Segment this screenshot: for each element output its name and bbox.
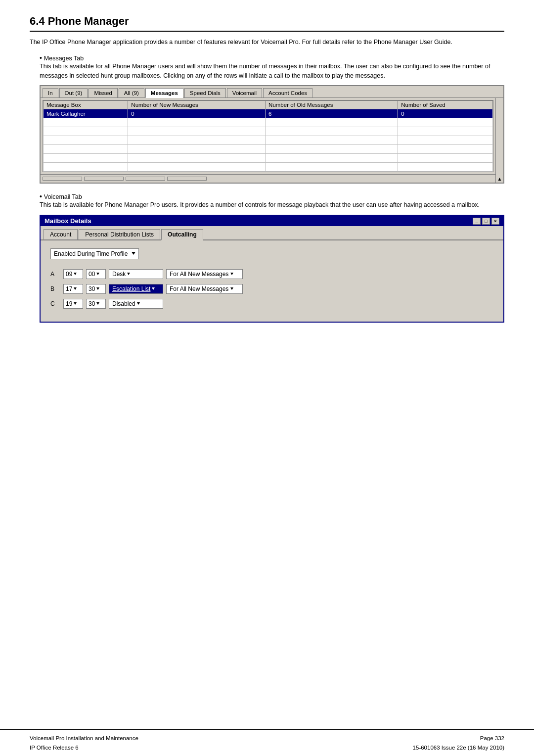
mailbox-tab-distribution[interactable]: Personal Distribution Lists xyxy=(79,229,160,239)
footer-left: Voicemail Pro Installation and Maintenan… xyxy=(30,734,138,752)
tab-out[interactable]: Out (9) xyxy=(59,88,88,97)
col-saved-messages: Number of Saved xyxy=(398,101,493,109)
tab-missed[interactable]: Missed xyxy=(89,88,117,97)
row-c-minute[interactable]: 30 xyxy=(86,299,106,309)
msg-b-arrow-icon xyxy=(230,287,233,291)
time-profile-row: Enabled During Time Profile xyxy=(50,248,493,259)
row-b-minute[interactable]: 30 xyxy=(86,284,106,294)
row-a-label: A xyxy=(50,271,60,278)
scrollbar-arrow-up[interactable]: ▲ xyxy=(497,176,502,182)
table-row-empty-2 xyxy=(44,127,493,136)
cell-saved: 0 xyxy=(398,109,493,118)
mailbox-details-window: Mailbox Details _ □ × Account Personal D… xyxy=(40,215,504,323)
bullet-messages-label: Messages Tab xyxy=(44,55,84,62)
pm-scrollbar[interactable]: ▲ xyxy=(495,98,503,183)
hour-arrow-icon xyxy=(74,273,77,277)
row-a-dest[interactable]: Desk xyxy=(109,269,163,279)
tab-messages[interactable]: Messages xyxy=(145,88,183,98)
pm-tab-bar: In Out (9) Missed All (9) Messages Speed… xyxy=(41,86,503,98)
time-profile-label: Enabled During Time Profile xyxy=(54,250,128,257)
pm-btn-3[interactable] xyxy=(126,177,165,181)
bullet-messages-tab: Messages Tab This tab is available for a… xyxy=(40,54,504,184)
bullet-messages-desc: This tab is available for all Phone Mana… xyxy=(40,62,504,81)
row-a-minute[interactable]: 00 xyxy=(86,269,106,279)
cell-new: 0 xyxy=(128,109,266,118)
row-b-hour[interactable]: 17 xyxy=(63,284,83,294)
col-old-messages: Number of Old Messages xyxy=(266,101,398,109)
hour-b-arrow-icon xyxy=(74,287,77,291)
mailbox-tab-outcalling[interactable]: Outcalling xyxy=(161,229,203,240)
pm-bottom-bar xyxy=(41,174,495,183)
pm-btn-1[interactable] xyxy=(43,177,82,181)
tab-account-codes[interactable]: Account Codes xyxy=(263,88,312,97)
dest-arrow-icon xyxy=(127,273,130,277)
table-row-empty-4 xyxy=(44,145,493,154)
msg-arrow-icon xyxy=(230,273,233,277)
messages-table: Message Box Number of New Messages Numbe… xyxy=(43,100,493,172)
hour-c-arrow-icon xyxy=(74,302,77,306)
row-c-label: C xyxy=(50,300,60,307)
table-row-empty-1 xyxy=(44,118,493,127)
minimize-button[interactable]: _ xyxy=(473,218,481,225)
minute-b-arrow-icon xyxy=(96,287,99,291)
page-footer: Voicemail Pro Installation and Maintenan… xyxy=(0,729,534,756)
bullet-voicemail-desc: This tab is available for Phone Manager … xyxy=(40,200,504,210)
table-row-empty-3 xyxy=(44,136,493,145)
dest-b-arrow-icon xyxy=(152,287,155,291)
bullet-voicemail-label: Voicemail Tab xyxy=(44,193,82,200)
table-row-empty-5 xyxy=(44,154,493,163)
row-b-dest[interactable]: Escalation List xyxy=(109,284,163,294)
outcalling-row-b: B 17 30 Escalation List For All New xyxy=(50,284,493,294)
maximize-button[interactable]: □ xyxy=(482,218,490,225)
row-a-hour[interactable]: 09 xyxy=(63,269,83,279)
dest-c-arrow-icon xyxy=(137,302,140,306)
intro-text: The IP Office Phone Manager application … xyxy=(30,38,504,47)
minute-c-arrow-icon xyxy=(96,302,99,306)
outcalling-row-c: C 19 30 Disabled xyxy=(50,299,493,309)
mailbox-content: Enabled During Time Profile A 09 00 xyxy=(41,240,503,322)
pm-table-area: Message Box Number of New Messages Numbe… xyxy=(43,100,493,172)
close-button[interactable]: × xyxy=(491,218,499,225)
pm-btn-4[interactable] xyxy=(167,177,207,181)
cell-old: 6 xyxy=(266,109,398,118)
phone-manager-window: In Out (9) Missed All (9) Messages Speed… xyxy=(40,85,504,184)
page-title: 6.4 Phone Manager xyxy=(30,15,504,32)
titlebar-controls: _ □ × xyxy=(473,218,499,225)
table-row-empty-6 xyxy=(44,163,493,172)
row-a-msg[interactable]: For All New Messages xyxy=(166,269,243,279)
bullet-voicemail-tab: Voicemail Tab This tab is available for … xyxy=(40,192,504,323)
row-b-label: B xyxy=(50,285,60,292)
minute-arrow-icon xyxy=(96,273,99,277)
time-profile-dropdown[interactable]: Enabled During Time Profile xyxy=(50,248,139,259)
cell-name: Mark Gallagher xyxy=(44,109,128,118)
footer-issue: 15-601063 Issue 22e (16 May 2010) xyxy=(413,743,504,752)
mailbox-titlebar: Mailbox Details _ □ × xyxy=(41,216,503,226)
table-row[interactable]: Mark Gallagher 0 6 0 xyxy=(44,109,493,118)
footer-product: Voicemail Pro Installation and Maintenan… xyxy=(30,734,138,743)
col-message-box: Message Box xyxy=(44,101,128,109)
tab-all[interactable]: All (9) xyxy=(119,88,144,97)
row-c-hour[interactable]: 19 xyxy=(63,299,83,309)
tab-voicemail[interactable]: Voicemail xyxy=(227,88,262,97)
outcalling-row-a: A 09 00 Desk For All New Messages xyxy=(50,269,493,279)
pm-btn-2[interactable] xyxy=(84,177,124,181)
tab-in[interactable]: In xyxy=(43,88,58,97)
mailbox-tab-account[interactable]: Account xyxy=(44,229,78,239)
footer-page: Page 332 xyxy=(413,734,504,743)
row-b-msg[interactable]: For All New Messages xyxy=(166,284,243,294)
time-profile-arrow-icon xyxy=(132,252,135,257)
row-c-dest[interactable]: Disabled xyxy=(109,299,163,309)
col-new-messages: Number of New Messages xyxy=(128,101,266,109)
mailbox-title-text: Mailbox Details xyxy=(44,217,91,225)
tab-speed-dials[interactable]: Speed Dials xyxy=(184,88,226,97)
footer-release: IP Office Release 6 xyxy=(30,743,138,752)
mailbox-tab-bar: Account Personal Distribution Lists Outc… xyxy=(41,226,503,240)
footer-right: Page 332 15-601063 Issue 22e (16 May 201… xyxy=(413,734,504,752)
